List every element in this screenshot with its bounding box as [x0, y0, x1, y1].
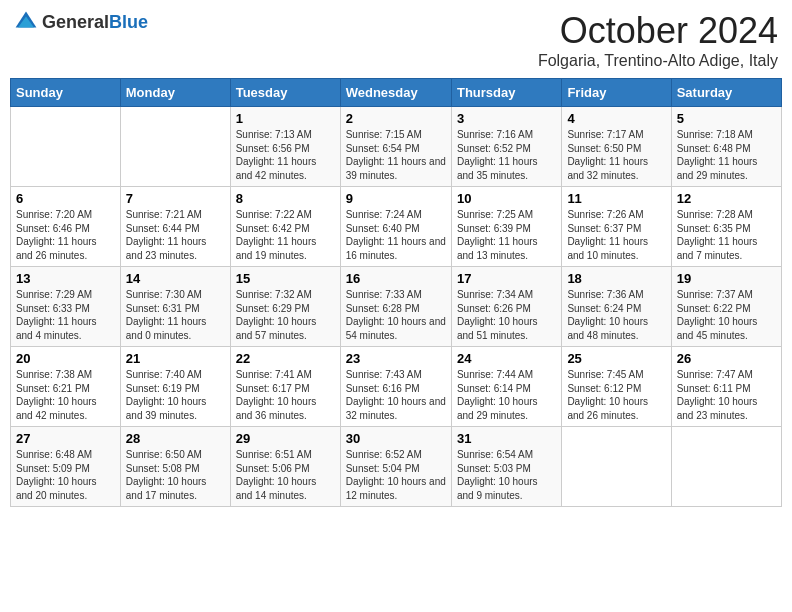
day-info: Sunrise: 6:54 AM Sunset: 5:03 PM Dayligh…: [457, 448, 556, 502]
day-number: 25: [567, 351, 665, 366]
header-day-friday: Friday: [562, 79, 671, 107]
day-info: Sunrise: 7:36 AM Sunset: 6:24 PM Dayligh…: [567, 288, 665, 342]
day-cell: 24Sunrise: 7:44 AM Sunset: 6:14 PM Dayli…: [451, 347, 561, 427]
day-cell: 23Sunrise: 7:43 AM Sunset: 6:16 PM Dayli…: [340, 347, 451, 427]
day-info: Sunrise: 7:22 AM Sunset: 6:42 PM Dayligh…: [236, 208, 335, 262]
day-number: 17: [457, 271, 556, 286]
month-title: October 2024: [538, 10, 778, 52]
header-day-tuesday: Tuesday: [230, 79, 340, 107]
header-row: SundayMondayTuesdayWednesdayThursdayFrid…: [11, 79, 782, 107]
day-cell: 14Sunrise: 7:30 AM Sunset: 6:31 PM Dayli…: [120, 267, 230, 347]
day-info: Sunrise: 7:24 AM Sunset: 6:40 PM Dayligh…: [346, 208, 446, 262]
day-cell: 21Sunrise: 7:40 AM Sunset: 6:19 PM Dayli…: [120, 347, 230, 427]
day-number: 24: [457, 351, 556, 366]
day-cell: 5Sunrise: 7:18 AM Sunset: 6:48 PM Daylig…: [671, 107, 781, 187]
header-day-wednesday: Wednesday: [340, 79, 451, 107]
day-cell: 29Sunrise: 6:51 AM Sunset: 5:06 PM Dayli…: [230, 427, 340, 507]
day-info: Sunrise: 7:13 AM Sunset: 6:56 PM Dayligh…: [236, 128, 335, 182]
day-info: Sunrise: 7:43 AM Sunset: 6:16 PM Dayligh…: [346, 368, 446, 422]
day-cell: 26Sunrise: 7:47 AM Sunset: 6:11 PM Dayli…: [671, 347, 781, 427]
logo: GeneralBlue: [14, 10, 148, 34]
day-number: 29: [236, 431, 335, 446]
day-cell: 4Sunrise: 7:17 AM Sunset: 6:50 PM Daylig…: [562, 107, 671, 187]
day-cell: 16Sunrise: 7:33 AM Sunset: 6:28 PM Dayli…: [340, 267, 451, 347]
day-cell: 6Sunrise: 7:20 AM Sunset: 6:46 PM Daylig…: [11, 187, 121, 267]
header-day-sunday: Sunday: [11, 79, 121, 107]
day-number: 23: [346, 351, 446, 366]
day-cell: [562, 427, 671, 507]
day-number: 7: [126, 191, 225, 206]
day-info: Sunrise: 7:40 AM Sunset: 6:19 PM Dayligh…: [126, 368, 225, 422]
day-info: Sunrise: 7:29 AM Sunset: 6:33 PM Dayligh…: [16, 288, 115, 342]
day-number: 15: [236, 271, 335, 286]
day-cell: 18Sunrise: 7:36 AM Sunset: 6:24 PM Dayli…: [562, 267, 671, 347]
day-info: Sunrise: 7:30 AM Sunset: 6:31 PM Dayligh…: [126, 288, 225, 342]
day-cell: 1Sunrise: 7:13 AM Sunset: 6:56 PM Daylig…: [230, 107, 340, 187]
day-cell: 13Sunrise: 7:29 AM Sunset: 6:33 PM Dayli…: [11, 267, 121, 347]
day-info: Sunrise: 7:17 AM Sunset: 6:50 PM Dayligh…: [567, 128, 665, 182]
day-number: 13: [16, 271, 115, 286]
day-cell: 10Sunrise: 7:25 AM Sunset: 6:39 PM Dayli…: [451, 187, 561, 267]
day-info: Sunrise: 7:32 AM Sunset: 6:29 PM Dayligh…: [236, 288, 335, 342]
day-info: Sunrise: 7:44 AM Sunset: 6:14 PM Dayligh…: [457, 368, 556, 422]
day-info: Sunrise: 7:26 AM Sunset: 6:37 PM Dayligh…: [567, 208, 665, 262]
day-number: 31: [457, 431, 556, 446]
week-row-5: 27Sunrise: 6:48 AM Sunset: 5:09 PM Dayli…: [11, 427, 782, 507]
calendar-body: 1Sunrise: 7:13 AM Sunset: 6:56 PM Daylig…: [11, 107, 782, 507]
day-cell: 27Sunrise: 6:48 AM Sunset: 5:09 PM Dayli…: [11, 427, 121, 507]
day-cell: 25Sunrise: 7:45 AM Sunset: 6:12 PM Dayli…: [562, 347, 671, 427]
day-cell: 15Sunrise: 7:32 AM Sunset: 6:29 PM Dayli…: [230, 267, 340, 347]
day-number: 1: [236, 111, 335, 126]
day-info: Sunrise: 7:21 AM Sunset: 6:44 PM Dayligh…: [126, 208, 225, 262]
day-number: 2: [346, 111, 446, 126]
logo-general: General: [42, 12, 109, 32]
day-cell: 22Sunrise: 7:41 AM Sunset: 6:17 PM Dayli…: [230, 347, 340, 427]
title-block: October 2024 Folgaria, Trentino-Alto Adi…: [538, 10, 778, 70]
day-number: 28: [126, 431, 225, 446]
day-number: 20: [16, 351, 115, 366]
day-number: 11: [567, 191, 665, 206]
day-info: Sunrise: 7:25 AM Sunset: 6:39 PM Dayligh…: [457, 208, 556, 262]
day-cell: [11, 107, 121, 187]
logo-icon: [14, 10, 38, 34]
day-number: 8: [236, 191, 335, 206]
calendar-header: SundayMondayTuesdayWednesdayThursdayFrid…: [11, 79, 782, 107]
header-day-monday: Monday: [120, 79, 230, 107]
logo-blue: Blue: [109, 12, 148, 32]
day-info: Sunrise: 6:48 AM Sunset: 5:09 PM Dayligh…: [16, 448, 115, 502]
day-number: 5: [677, 111, 776, 126]
day-info: Sunrise: 6:50 AM Sunset: 5:08 PM Dayligh…: [126, 448, 225, 502]
day-cell: 7Sunrise: 7:21 AM Sunset: 6:44 PM Daylig…: [120, 187, 230, 267]
day-info: Sunrise: 7:33 AM Sunset: 6:28 PM Dayligh…: [346, 288, 446, 342]
day-cell: 12Sunrise: 7:28 AM Sunset: 6:35 PM Dayli…: [671, 187, 781, 267]
day-info: Sunrise: 7:41 AM Sunset: 6:17 PM Dayligh…: [236, 368, 335, 422]
day-cell: 19Sunrise: 7:37 AM Sunset: 6:22 PM Dayli…: [671, 267, 781, 347]
day-number: 16: [346, 271, 446, 286]
week-row-4: 20Sunrise: 7:38 AM Sunset: 6:21 PM Dayli…: [11, 347, 782, 427]
day-info: Sunrise: 7:38 AM Sunset: 6:21 PM Dayligh…: [16, 368, 115, 422]
day-number: 21: [126, 351, 225, 366]
day-cell: 11Sunrise: 7:26 AM Sunset: 6:37 PM Dayli…: [562, 187, 671, 267]
day-number: 18: [567, 271, 665, 286]
day-info: Sunrise: 7:15 AM Sunset: 6:54 PM Dayligh…: [346, 128, 446, 182]
day-number: 3: [457, 111, 556, 126]
day-cell: 2Sunrise: 7:15 AM Sunset: 6:54 PM Daylig…: [340, 107, 451, 187]
day-info: Sunrise: 7:20 AM Sunset: 6:46 PM Dayligh…: [16, 208, 115, 262]
day-cell: 3Sunrise: 7:16 AM Sunset: 6:52 PM Daylig…: [451, 107, 561, 187]
day-info: Sunrise: 7:18 AM Sunset: 6:48 PM Dayligh…: [677, 128, 776, 182]
day-info: Sunrise: 7:37 AM Sunset: 6:22 PM Dayligh…: [677, 288, 776, 342]
day-number: 30: [346, 431, 446, 446]
calendar-table: SundayMondayTuesdayWednesdayThursdayFrid…: [10, 78, 782, 507]
week-row-1: 1Sunrise: 7:13 AM Sunset: 6:56 PM Daylig…: [11, 107, 782, 187]
day-number: 27: [16, 431, 115, 446]
day-cell: [120, 107, 230, 187]
page-header: GeneralBlue October 2024 Folgaria, Trent…: [10, 10, 782, 70]
day-info: Sunrise: 6:51 AM Sunset: 5:06 PM Dayligh…: [236, 448, 335, 502]
day-cell: 30Sunrise: 6:52 AM Sunset: 5:04 PM Dayli…: [340, 427, 451, 507]
day-cell: 20Sunrise: 7:38 AM Sunset: 6:21 PM Dayli…: [11, 347, 121, 427]
day-number: 14: [126, 271, 225, 286]
day-cell: 9Sunrise: 7:24 AM Sunset: 6:40 PM Daylig…: [340, 187, 451, 267]
day-info: Sunrise: 7:28 AM Sunset: 6:35 PM Dayligh…: [677, 208, 776, 262]
day-number: 12: [677, 191, 776, 206]
header-day-saturday: Saturday: [671, 79, 781, 107]
